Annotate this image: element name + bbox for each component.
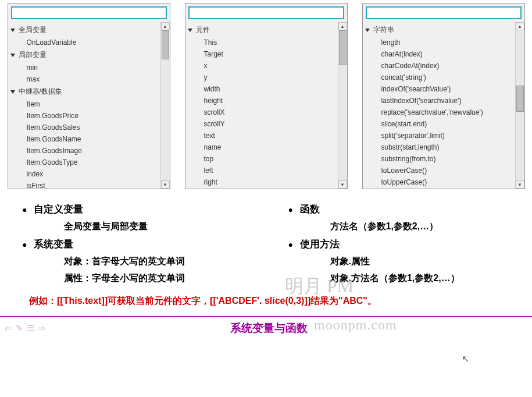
scroll-thumb[interactable] [162, 30, 169, 59]
cursor-icon: ↖ [462, 353, 469, 364]
group-label: 元件 [196, 25, 210, 35]
group-label: 字符串 [373, 25, 394, 35]
tree-item[interactable]: Item.GoodsImage [8, 145, 160, 157]
tree-item[interactable]: min [8, 62, 160, 73]
chevron-down-icon [188, 29, 192, 32]
tree-item[interactable]: Item.GoodsType [8, 157, 160, 168]
scroll-thumb[interactable] [339, 30, 347, 65]
tree-header[interactable]: 局部变量 [8, 48, 160, 62]
tree-item[interactable]: substr(start,length) [363, 141, 515, 153]
panels-row: 全局变量 OnLoadVariable 局部变量 min max 中继器/数据集… [0, 0, 532, 192]
footer-toolbar: ⇐ ✎ ☰ ⇒ [5, 323, 45, 334]
tree-item[interactable]: scrollY [185, 118, 338, 130]
tree-item[interactable]: Item.GoodsName [8, 133, 160, 145]
tree-item[interactable]: text [185, 130, 338, 141]
scrollbar[interactable]: ▲ ▼ [338, 22, 347, 189]
tree-item[interactable]: left [185, 165, 338, 176]
tree-item[interactable]: lastIndexOf('searchvalue') [363, 95, 515, 107]
scrollbar[interactable]: ▲ ▼ [515, 22, 524, 189]
tree-item[interactable]: top [185, 153, 338, 165]
scroll-up-icon[interactable]: ▲ [338, 22, 347, 30]
tree-item[interactable]: length [363, 37, 515, 48]
text-attr-rule: 属性：字母全小写的英文单词 [64, 272, 255, 285]
footer-title: 系统变量与函数 [45, 321, 492, 336]
chevron-down-icon [10, 29, 15, 32]
tree-item[interactable]: x [185, 60, 338, 72]
text-usage-attr: 对象.属性 [330, 256, 521, 268]
scroll-down-icon[interactable]: ▼ [338, 180, 347, 189]
group-label: 全局变量 [19, 25, 47, 35]
panel-widget: 元件 This Target x y width height scrollX … [185, 3, 348, 189]
heading-system-var: 系统变量 [22, 238, 255, 251]
group-label: 中继器/数据集 [19, 87, 62, 97]
tree-item[interactable]: Item [8, 98, 160, 110]
tree-item[interactable]: split('separator',limit) [363, 130, 515, 141]
chevron-down-icon [10, 54, 15, 57]
tree-item[interactable]: width [185, 83, 338, 95]
panel-variables: 全局变量 OnLoadVariable 局部变量 min max 中继器/数据集… [8, 3, 170, 189]
watermark-brand: 明月 PM [285, 274, 354, 299]
tree-header[interactable]: 中继器/数据集 [8, 85, 160, 98]
scroll-thumb[interactable] [516, 86, 524, 112]
arrow-right-icon[interactable]: ⇒ [38, 323, 45, 334]
heading-function: 函数 [288, 203, 521, 216]
arrow-left-icon[interactable]: ⇐ [5, 323, 12, 334]
example-text: 例如：[[This.text]]可获取当前元件的文字，[['ABCDEF'. s… [0, 292, 532, 313]
tree-item[interactable]: isFirst [8, 180, 160, 189]
scroll-up-icon[interactable]: ▲ [516, 22, 524, 30]
pencil-icon[interactable]: ✎ [16, 323, 23, 334]
tree-header[interactable]: 字符串 [363, 23, 515, 37]
tree-item[interactable]: height [185, 95, 338, 107]
left-column: 自定义变量 全局变量与局部变量 系统变量 对象：首字母大写的英文单词 属性：字母… [12, 198, 255, 289]
tree-item[interactable]: OnLoadVariable [8, 37, 160, 48]
text-method-sig: 方法名（参数1,参数2,…） [330, 221, 521, 233]
tree-left: 全局变量 OnLoadVariable 局部变量 min max 中继器/数据集… [8, 22, 160, 189]
tree-item[interactable]: max [8, 73, 160, 85]
text-global-local: 全局变量与局部变量 [64, 221, 255, 233]
text-usage-method: 对象.方法名（参数1,参数2,…） [330, 272, 521, 285]
tree-item[interactable]: Target [185, 48, 338, 60]
tree-item[interactable]: replace('searchvalue','newvalue') [363, 107, 515, 118]
text-object-rule: 对象：首字母大写的英文单词 [64, 256, 255, 268]
tree-item[interactable]: Item.GoodsPrice [8, 110, 160, 122]
content-columns: 自定义变量 全局变量与局部变量 系统变量 对象：首字母大写的英文单词 属性：字母… [0, 192, 532, 292]
group-label: 局部变量 [19, 50, 47, 60]
search-input-right[interactable] [366, 6, 522, 19]
tree-item[interactable]: toUpperCase() [363, 176, 515, 188]
tree-item[interactable]: index [8, 168, 160, 180]
tree-item[interactable]: concat('string') [363, 72, 515, 83]
tree-right: 字符串 length charAt(index) charCodeAt(inde… [363, 22, 515, 189]
tree-item[interactable]: slice(start,end) [363, 118, 515, 130]
tree-middle: 元件 This Target x y width height scrollX … [185, 22, 338, 189]
tree-item[interactable]: charCodeAt(index) [363, 60, 515, 72]
tree-item[interactable]: scrollX [185, 107, 338, 118]
scrollbar[interactable]: ▲ ▼ [160, 22, 170, 189]
chevron-down-icon [10, 90, 15, 94]
tree-item[interactable]: charAt(index) [363, 48, 515, 60]
watermark-url: moonpm.com [314, 317, 397, 333]
tree-item[interactable]: y [185, 72, 338, 83]
tree-item[interactable]: Item.GoodsSales [8, 122, 160, 133]
scroll-down-icon[interactable]: ▼ [516, 180, 524, 189]
tree-item[interactable]: substring(from,to) [363, 153, 515, 165]
panel-string: 字符串 length charAt(index) charCodeAt(inde… [362, 3, 525, 189]
search-input-left[interactable] [11, 6, 167, 19]
scroll-up-icon[interactable]: ▲ [161, 22, 170, 30]
heading-usage: 使用方法 [288, 238, 521, 251]
tree-item[interactable]: This [185, 37, 338, 48]
tree-item[interactable]: right [185, 176, 338, 188]
footer: ⇐ ✎ ☰ ⇒ 系统变量与函数 [0, 317, 532, 339]
tree-item[interactable]: name [185, 141, 338, 153]
search-input-middle[interactable] [188, 6, 344, 19]
tree-item[interactable]: indexOf('searchValue') [363, 83, 515, 95]
tree-header[interactable]: 元件 [185, 23, 338, 37]
scroll-down-icon[interactable]: ▼ [161, 180, 170, 189]
heading-custom-var: 自定义变量 [22, 203, 255, 216]
chevron-down-icon [365, 29, 370, 32]
menu-icon[interactable]: ☰ [27, 323, 34, 334]
tree-item[interactable]: toLowerCase() [363, 165, 515, 176]
tree-header[interactable]: 全局变量 [8, 23, 160, 37]
